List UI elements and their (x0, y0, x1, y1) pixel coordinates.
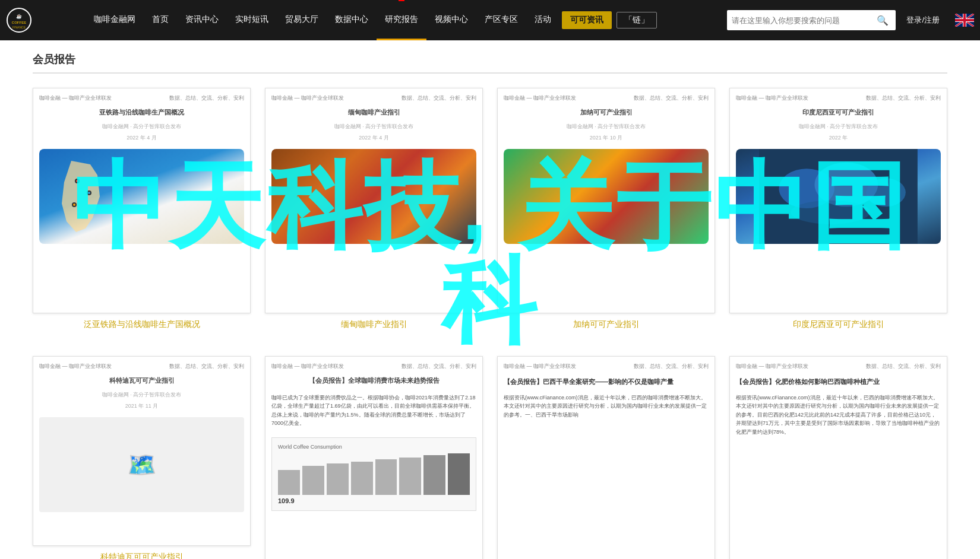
cards-row-1: 咖啡金融 — 咖啡产业全球联发 数据、总结、交流、分析、安利 亚铁路与沿线咖啡生… (33, 88, 947, 332)
logo-icon: ☕ COFFEE FINANCE (6, 7, 32, 33)
svg-text:COFFEE: COFFEE (12, 21, 26, 24)
card-title-fertilizer: 【会员报告】化肥价格如何影响巴西咖啡种植产业 (736, 377, 941, 386)
cards-row-2: 咖啡金融 — 咖啡产业全球联发 数据、总结、交流、分析、安利 科特迪瓦可可产业指… (33, 356, 947, 559)
card-coffee-consumption[interactable]: 咖啡金融 — 咖啡产业全球联发 数据、总结、交流、分析、安利 【会员报告】全球咖… (265, 356, 483, 559)
card-link-costadica[interactable]: 科特迪瓦可可产业指引 (33, 546, 251, 559)
navbar: ☕ COFFEE FINANCE 咖啡金融网 首页 资讯中心 实时短讯 贸易大厅 (0, 0, 980, 40)
card-image-coffee (271, 149, 476, 244)
nav-item-video[interactable]: 视频中心 (426, 0, 476, 40)
world-map-svg (736, 149, 941, 244)
card-fertilizer[interactable]: 咖啡金融 — 咖啡产业全球联发 数据、总结、交流、分析、安利 【会员报告】化肥价… (729, 356, 947, 559)
card-link-pan-asia[interactable]: 泛亚铁路与沿线咖啡生产国概况 (33, 313, 251, 332)
card-brazil-drought[interactable]: 咖啡金融 — 咖啡产业全球联发 数据、总结、交流、分析、安利 【会员报告】巴西干… (497, 356, 715, 559)
search-input[interactable] (732, 16, 874, 25)
svg-text:FINANCE: FINANCE (12, 26, 26, 29)
main-content: 会员报告 中天科技, 关于中国科 咖啡金融 — 咖啡产业全球联发 数据、总结、交… (15, 40, 965, 559)
svg-rect-12 (955, 19, 974, 21)
search-area: 🔍 (727, 10, 896, 30)
red-arrow (393, 0, 410, 1)
card-title-brazil: 【会员报告】巴西干旱全案研究——影响的不仅是咖啡产量 (504, 377, 709, 386)
nav-item-home[interactable]: 首页 (144, 0, 177, 40)
language-flag-icon[interactable] (955, 14, 974, 27)
nav-item-region[interactable]: 产区专区 (476, 0, 526, 40)
card-image-ghana (504, 149, 709, 244)
search-button[interactable]: 🔍 (874, 15, 891, 26)
logo[interactable]: ☕ COFFEE FINANCE (6, 7, 83, 33)
card-link-ghana[interactable]: 加纳可可产业指引 (497, 313, 715, 332)
nav-item-data[interactable]: 数据中心 (327, 0, 377, 40)
card-body-text: 咖啡已成为了全球重要的消费饮品之一。根据咖啡协会，咖啡2021年消费量达到了2.… (271, 393, 476, 428)
svg-point-15 (815, 163, 878, 207)
svg-text:☕: ☕ (16, 13, 22, 19)
nav-item-cacao[interactable]: 可可资讯 (562, 11, 612, 29)
nav-item-chain[interactable]: 「链」 (617, 12, 657, 28)
chart-area: World Coffee Consumption 109.9 (271, 437, 476, 511)
card-image-world-map (736, 149, 941, 244)
card-body-fertilizer: 根据资讯(www.cFianance.com)消息，最近十年以来，巴西的咖啡消费… (736, 393, 941, 436)
nav-item-trade[interactable]: 贸易大厅 (277, 0, 327, 40)
svg-point-17 (791, 201, 870, 224)
card-pan-asia[interactable]: 咖啡金融 — 咖啡产业全球联发 数据、总结、交流、分析、安利 亚铁路与沿线咖啡生… (33, 88, 251, 332)
card-body-brazil: 根据资讯(www.cFianance.com)消息，最近十年以来，巴西的咖啡消费… (504, 393, 709, 419)
nav-item-coffee-finance[interactable]: 咖啡金融网 (86, 0, 144, 40)
nav-item-live[interactable]: 实时短讯 (227, 0, 277, 40)
nav-item-research[interactable]: 研究报告 (377, 0, 426, 40)
nav-item-activity[interactable]: 活动 (526, 0, 559, 40)
card-ghana[interactable]: 咖啡金融 — 咖啡产业全球联发 数据、总结、交流、分析、安利 加纳可可产业指引 … (497, 88, 715, 332)
card-myanmar[interactable]: 咖啡金融 — 咖啡产业全球联发 数据、总结、交流、分析、安利 缅甸咖啡产业指引 … (265, 88, 483, 332)
login-button[interactable]: 登录/注册 (898, 15, 948, 26)
card-indonesia[interactable]: 咖啡金融 — 咖啡产业全球联发 数据、总结、交流、分析、安利 印度尼西亚可可产业… (729, 88, 947, 332)
card-link-myanmar[interactable]: 缅甸咖啡产业指引 (265, 313, 483, 332)
card-image-costadica: 🗺️ (39, 417, 244, 512)
section-title: 会员报告 (33, 52, 947, 74)
nav-items: 咖啡金融网 首页 资讯中心 实时短讯 贸易大厅 数据中心 研究报告 (86, 0, 725, 40)
card-costadica[interactable]: 咖啡金融 — 咖啡产业全球联发 数据、总结、交流、分析、安利 科特迪瓦可可产业指… (33, 356, 251, 559)
svg-point-16 (866, 178, 906, 207)
card-link-indonesia[interactable]: 印度尼西亚可可产业指引 (729, 313, 947, 332)
card-image-map-sea (39, 149, 244, 244)
nav-item-news[interactable]: 资讯中心 (177, 0, 227, 40)
